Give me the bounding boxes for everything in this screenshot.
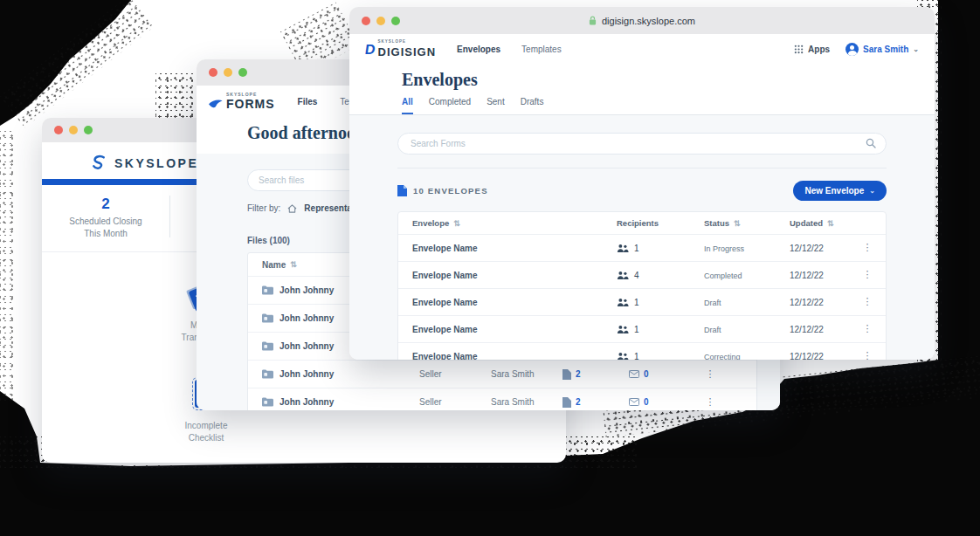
nav-envelopes[interactable]: Envelopes [457, 45, 500, 54]
new-envelope-button[interactable]: New Envelope ⌄ [793, 181, 887, 201]
status-label: Completed [704, 271, 742, 280]
updated-date: 12/12/22 [790, 352, 861, 361]
updated-date: 12/12/22 [790, 298, 861, 307]
sort-icon[interactable]: ⇅ [734, 219, 741, 228]
folder-icon [262, 285, 273, 295]
doc-count[interactable]: 2 [576, 369, 581, 379]
browser-titlebar: digisign.skyslope.com [349, 7, 935, 34]
digisign-window: digisign.skyslope.com D SKYSLOPE DIGISIG… [349, 7, 935, 360]
spray-dots [0, 131, 14, 402]
user-menu-button[interactable]: Sara Smith ⌄ [845, 43, 919, 56]
envelope-row[interactable]: Envelope Name 1 In Progress 12/12/22 ⋮ [398, 234, 886, 261]
nav-files[interactable]: Files [298, 97, 318, 107]
row-menu-icon[interactable]: ⋮ [704, 373, 716, 376]
close-window-button[interactable] [362, 17, 370, 25]
doc-count[interactable]: 2 [576, 397, 581, 407]
envelope-name[interactable]: Envelope Name [398, 298, 617, 307]
minimize-window-button[interactable] [376, 17, 385, 25]
envelope-row[interactable]: Envelope Name 1 Draft 12/12/22 ⋮ [398, 288, 886, 315]
envelope-name[interactable]: Envelope Name [398, 325, 617, 334]
row-menu-icon[interactable]: ⋮ [704, 401, 716, 404]
apps-menu-button[interactable]: Apps [794, 45, 830, 54]
envelope-count-label: 10 ENVELOPES [413, 186, 488, 196]
column-header-envelope[interactable]: Envelope [412, 218, 449, 228]
status-label: Correcting [704, 353, 741, 361]
incomplete-checklist-label: IncompleteChecklist [185, 420, 228, 443]
forms-brand-name: FORMS [226, 97, 275, 111]
tab-completed[interactable]: Completed [429, 97, 471, 114]
nav-templates[interactable]: Templates [521, 45, 562, 54]
recipients-icon [617, 325, 629, 334]
url-text: digisign.skyslope.com [602, 16, 695, 26]
row-menu-icon[interactable]: ⋮ [861, 300, 873, 304]
stat-value: 2 [42, 196, 169, 213]
mail-icon [629, 370, 639, 378]
maximize-window-button[interactable] [238, 68, 247, 77]
house-icon [287, 204, 297, 213]
grid-apps-icon [794, 45, 804, 54]
envelope-name[interactable]: Envelope Name [398, 271, 617, 280]
envelope-name[interactable]: Envelope Name [398, 352, 617, 361]
chevron-down-icon: ⌄ [869, 187, 875, 195]
recipient-count: 1 [634, 244, 639, 253]
document-icon [562, 397, 571, 408]
status-label: Draft [704, 326, 721, 334]
close-window-button[interactable] [209, 68, 217, 77]
row-menu-icon[interactable]: ⋮ [861, 327, 873, 331]
maximize-window-button[interactable] [84, 126, 93, 134]
stat-scheduled-closing[interactable]: 2 Scheduled Closing This Month [42, 196, 169, 239]
chevron-down-icon: ⌄ [913, 45, 919, 53]
mail-count[interactable]: 0 [644, 369, 649, 379]
forms-logo: SKYSLOPE FORMS [209, 93, 275, 111]
search-icon[interactable] [866, 138, 876, 148]
folder-icon [262, 313, 273, 323]
file-row[interactable]: John Johnny Seller Sara Smith 2 0 ⋮ [248, 360, 756, 388]
sort-icon[interactable]: ⇅ [290, 260, 297, 269]
filter-by-label: Filter by: [247, 203, 280, 213]
folder-icon [262, 341, 273, 351]
recipient-count: 1 [634, 298, 639, 307]
tab-sent[interactable]: Sent [487, 97, 505, 114]
envelope-row[interactable]: Envelope Name 1 Draft 12/12/22 ⋮ [398, 315, 886, 342]
mail-count[interactable]: 0 [644, 397, 649, 407]
column-header-status[interactable]: Status [704, 218, 729, 228]
row-menu-icon[interactable]: ⋮ [861, 354, 873, 358]
mail-icon [629, 398, 639, 406]
tab-drafts[interactable]: Drafts [521, 97, 544, 114]
skyslope-swirl-icon [91, 155, 107, 171]
row-menu-icon[interactable]: ⋮ [861, 273, 873, 277]
recipient-count: 1 [634, 325, 639, 334]
lock-icon [589, 16, 597, 25]
digisign-brand-name: DIGISIGN [378, 45, 437, 58]
page-title: Envelopes [402, 70, 935, 90]
close-window-button[interactable] [54, 126, 63, 134]
envelope-doc-icon [397, 185, 407, 196]
search-forms-input[interactable] [397, 133, 887, 155]
sort-icon[interactable]: ⇅ [453, 219, 460, 228]
updated-date: 12/12/22 [790, 271, 861, 280]
sort-icon[interactable]: ⇅ [827, 219, 834, 228]
file-row[interactable]: John Johnny Seller Sara Smith 2 0 ⋮ [248, 388, 756, 410]
envelope-name[interactable]: Envelope Name [398, 244, 617, 253]
file-role: Seller [419, 397, 491, 407]
minimize-window-button[interactable] [69, 126, 78, 134]
column-header-name[interactable]: Name [262, 260, 286, 270]
status-label: In Progress [704, 244, 744, 253]
recipient-count: 4 [634, 271, 639, 280]
folder-icon [262, 369, 273, 379]
skyslope-brand-text: SKYSLOPE [114, 156, 198, 170]
minimize-window-button[interactable] [224, 68, 232, 77]
envelope-row[interactable]: Envelope Name 1 Correcting 12/12/22 ⋮ [398, 342, 886, 360]
tab-all[interactable]: All [402, 97, 413, 114]
avatar [845, 43, 859, 56]
document-icon [562, 369, 571, 380]
recipients-icon [617, 271, 629, 280]
envelope-row[interactable]: Envelope Name 4 Completed 12/12/22 ⋮ [398, 261, 886, 288]
file-agent: Sara Smith [491, 397, 562, 407]
column-header-updated[interactable]: Updated [790, 218, 823, 228]
column-header-recipients[interactable]: Recipients [617, 218, 704, 228]
address-bar[interactable]: digisign.skyslope.com [349, 16, 935, 26]
row-menu-icon[interactable]: ⋮ [861, 246, 873, 250]
divider [397, 168, 887, 168]
maximize-window-button[interactable] [391, 17, 400, 25]
